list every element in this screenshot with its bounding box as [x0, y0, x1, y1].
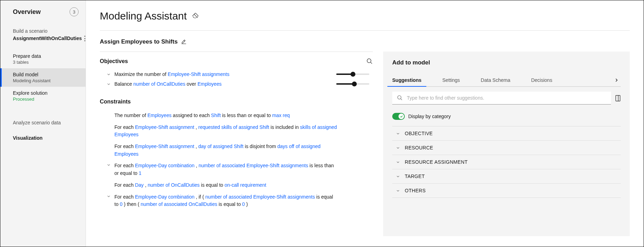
suggestion-search-box[interactable] [392, 92, 611, 105]
display-by-category-label: Display by category [408, 114, 451, 119]
category-label: OTHERS [405, 188, 426, 193]
sidebar-item-prepare-data[interactable]: Prepare data 3 tables [0, 50, 86, 68]
model-subtitle: Assign Employees to Shifts [100, 38, 178, 45]
constraints-heading: Constraints [100, 99, 373, 105]
main-content: Modeling Assistant Assign Employees to S… [86, 0, 644, 247]
constraint-row[interactable]: For each Employee-Shift assignment , day… [100, 141, 373, 160]
sidebar-item-build-model[interactable]: Build model Modeling Assistant [0, 68, 86, 87]
display-by-category-toggle[interactable] [392, 113, 405, 120]
category-label: RESOURCE [405, 145, 433, 150]
chevron-down-icon [396, 132, 400, 136]
tabs-bar: Suggestions Settings Data Schema Decisio… [392, 74, 621, 87]
add-to-model-panel: Add to model Suggestions Settings Data S… [383, 52, 630, 236]
objective-row[interactable]: Balance number of OnCallDuties over Empl… [100, 79, 373, 89]
category-label: TARGET [405, 173, 425, 179]
svg-rect-0 [616, 95, 620, 101]
objective-text: Maximize the number of Employee-Shift as… [114, 71, 333, 77]
objective-row[interactable]: Maximize the number of Employee-Shift as… [100, 69, 373, 79]
add-to-model-title: Add to model [392, 59, 621, 66]
suggestion-search-input[interactable] [407, 95, 606, 101]
category-item[interactable]: TARGET [392, 169, 621, 184]
weight-slider[interactable] [336, 83, 369, 85]
category-item[interactable]: OBJECTIVE [392, 126, 621, 141]
analyze-label: Analyze scenario data [13, 120, 79, 125]
chevron-down-icon[interactable] [106, 194, 111, 198]
chevron-down-icon[interactable] [106, 163, 111, 167]
sidebar: Overview 3 Build a scenario AssignmentWi… [0, 0, 86, 247]
category-item[interactable]: RESOURCE ASSIGNMENT [392, 155, 621, 169]
constraint-text: For each Day , number of OnCallDuties is… [114, 182, 266, 189]
objectives-constraints-column: Objectives Maximize the number of Employ… [100, 52, 373, 210]
sidebar-item-visualization[interactable]: Visualization [0, 132, 86, 144]
category-label: RESOURCE ASSIGNMENT [405, 159, 468, 165]
tab-data-schema[interactable]: Data Schema [481, 74, 510, 86]
overview-count-badge: 3 [70, 7, 79, 16]
constraint-row[interactable]: For each Employee-Day combination , numb… [100, 160, 373, 179]
constraint-text: The number of Employees assigned to each… [114, 112, 290, 119]
constraint-row[interactable]: For each Employee-Day combination , if (… [100, 191, 373, 210]
chevron-down-icon[interactable] [106, 72, 111, 76]
chevron-down-icon [396, 146, 400, 150]
weight-slider[interactable] [336, 74, 369, 75]
constraint-text: For each Employee-Shift assignment , req… [114, 124, 337, 139]
build-scenario-label: Build a scenario [13, 28, 79, 34]
sidebar-item-explore-solution[interactable]: Explore solution Processed [0, 87, 86, 105]
search-icon[interactable] [367, 58, 373, 64]
constraint-text: For each Employee-Day combination , if (… [114, 193, 337, 208]
chevron-down-icon[interactable] [106, 82, 111, 86]
category-item[interactable]: RESOURCE [392, 141, 621, 155]
tab-suggestions[interactable]: Suggestions [392, 74, 421, 86]
search-icon [397, 95, 403, 101]
constraint-row[interactable]: For each Employee-Shift assignment , req… [100, 122, 373, 141]
category-item[interactable]: OTHERS [392, 184, 621, 198]
objective-text: Balance number of OnCallDuties over Empl… [114, 81, 333, 87]
constraint-row[interactable]: The number of Employees assigned to each… [100, 110, 373, 122]
page-title: Modeling Assistant [100, 10, 187, 22]
constraint-text: For each Employee-Day combination , numb… [114, 162, 337, 177]
objectives-heading: Objectives [100, 58, 128, 64]
scenario-name[interactable]: AssignmentWithOnCallDuties [13, 36, 82, 41]
tabs-scroll-right-icon[interactable] [612, 76, 621, 84]
category-label: OBJECTIVE [405, 131, 433, 136]
constraint-text: For each Employee-Shift assignment , day… [114, 143, 337, 158]
chevron-down-icon [396, 189, 400, 193]
panel-side-icon[interactable] [615, 95, 621, 101]
erase-icon[interactable] [192, 13, 199, 19]
tab-decisions[interactable]: Decisions [531, 74, 552, 86]
constraint-row[interactable]: For each Day , number of OnCallDuties is… [100, 179, 373, 191]
tab-settings[interactable]: Settings [442, 74, 460, 86]
edit-icon[interactable] [181, 39, 186, 45]
chevron-down-icon [396, 160, 400, 164]
overview-heading[interactable]: Overview [13, 8, 41, 16]
chevron-down-icon [396, 175, 400, 178]
